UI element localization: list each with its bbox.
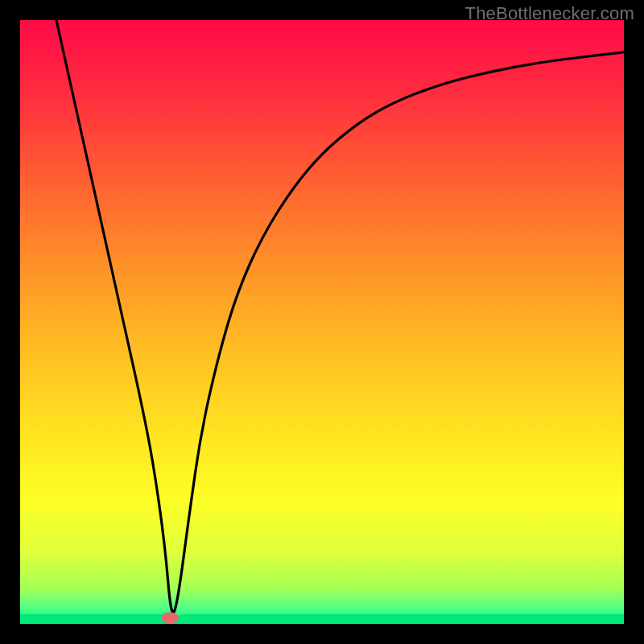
chart-frame xyxy=(20,20,624,624)
green-baseline-strip xyxy=(20,614,624,624)
gradient-background xyxy=(20,20,624,624)
bottleneck-chart xyxy=(20,20,624,624)
optimum-marker xyxy=(161,613,179,624)
